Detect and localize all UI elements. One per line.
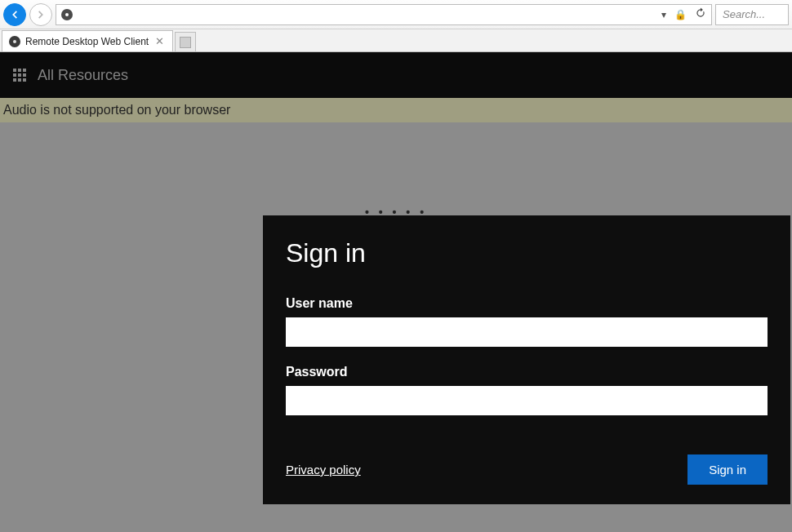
password-input[interactable] (286, 386, 768, 415)
privacy-policy-link[interactable]: Privacy policy (286, 463, 361, 477)
password-label: Password (286, 365, 768, 379)
username-label: User name (286, 296, 768, 311)
refresh-button[interactable] (695, 7, 706, 21)
search-box[interactable]: Search... (715, 4, 789, 25)
dropdown-icon[interactable]: ▾ (661, 9, 666, 20)
site-icon (61, 9, 73, 20)
signin-title: Sign in (286, 238, 768, 268)
tab-remote-desktop[interactable]: Remote Desktop Web Client ✕ (2, 30, 173, 51)
arrow-left-icon (9, 9, 20, 20)
tab-title: Remote Desktop Web Client (25, 36, 149, 47)
password-group: Password (286, 365, 768, 415)
tab-strip: Remote Desktop Web Client ✕ (0, 29, 792, 52)
forward-button[interactable] (29, 3, 52, 26)
tab-close-button[interactable]: ✕ (154, 35, 166, 47)
arrow-right-icon (35, 9, 47, 20)
signin-dialog: Sign in User name Password Privacy polic… (263, 215, 790, 504)
search-placeholder: Search... (723, 8, 765, 20)
signin-button[interactable]: Sign in (687, 454, 768, 485)
signin-footer: Privacy policy Sign in (286, 454, 768, 485)
username-group: User name (286, 296, 768, 347)
back-button[interactable] (3, 3, 26, 26)
page-content: All Resources Audio is not supported on … (0, 52, 792, 532)
new-tab-button[interactable] (175, 32, 196, 51)
username-input[interactable] (286, 317, 768, 347)
address-bar[interactable]: ▾ 🔒 (56, 4, 712, 25)
refresh-icon (695, 7, 706, 19)
lock-icon: 🔒 (674, 9, 687, 20)
new-tab-icon (180, 37, 191, 48)
browser-navbar: ▾ 🔒 Search... (0, 0, 792, 29)
tab-favicon-icon (9, 36, 20, 47)
